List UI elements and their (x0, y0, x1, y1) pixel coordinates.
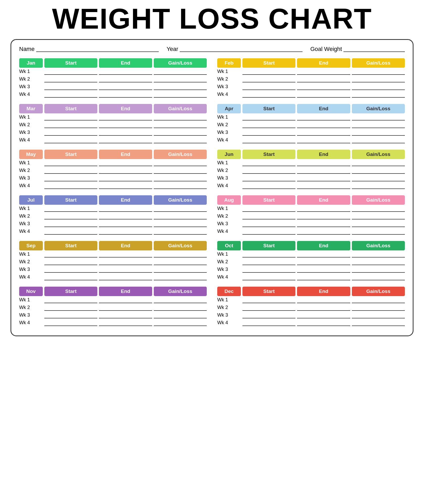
week-input-sep-1-2[interactable] (99, 252, 152, 258)
week-input-may-3-3[interactable] (154, 176, 207, 181)
week-input-dec-2-2[interactable] (297, 305, 350, 311)
week-input-jul-1-3[interactable] (154, 206, 207, 212)
week-input-jul-4-2[interactable] (99, 229, 152, 235)
week-input-oct-2-3[interactable] (352, 259, 405, 265)
week-input-may-2-3[interactable] (154, 168, 207, 174)
week-input-oct-3-3[interactable] (352, 267, 405, 273)
week-input-feb-3-2[interactable] (297, 84, 350, 90)
week-input-nov-3-3[interactable] (154, 313, 207, 318)
week-input-nov-2-2[interactable] (99, 305, 152, 311)
week-input-aug-1-1[interactable] (242, 206, 295, 212)
week-input-aug-4-3[interactable] (352, 229, 405, 235)
week-input-jul-3-2[interactable] (99, 221, 152, 227)
week-input-aug-4-1[interactable] (242, 229, 295, 235)
week-input-dec-4-3[interactable] (352, 320, 405, 326)
week-input-mar-2-3[interactable] (154, 122, 207, 128)
week-input-dec-2-3[interactable] (352, 305, 405, 311)
week-input-jan-2-3[interactable] (154, 77, 207, 82)
week-input-may-1-1[interactable] (44, 160, 97, 166)
week-input-oct-4-1[interactable] (242, 275, 295, 280)
week-input-feb-1-3[interactable] (352, 69, 405, 75)
week-input-oct-1-2[interactable] (297, 252, 350, 258)
week-input-jun-3-2[interactable] (297, 176, 350, 181)
week-input-mar-1-2[interactable] (99, 115, 152, 120)
week-input-sep-4-1[interactable] (44, 275, 97, 280)
week-input-jan-4-2[interactable] (99, 92, 152, 98)
week-input-may-1-3[interactable] (154, 160, 207, 166)
week-input-sep-4-3[interactable] (154, 275, 207, 280)
week-input-jul-3-3[interactable] (154, 221, 207, 227)
week-input-jun-4-3[interactable] (352, 183, 405, 189)
week-input-mar-4-1[interactable] (44, 138, 97, 143)
week-input-may-4-3[interactable] (154, 183, 207, 189)
week-input-jun-4-2[interactable] (297, 183, 350, 189)
week-input-jan-1-3[interactable] (154, 69, 207, 75)
week-input-sep-2-1[interactable] (44, 259, 97, 265)
week-input-apr-4-3[interactable] (352, 138, 405, 143)
week-input-feb-3-3[interactable] (352, 84, 405, 90)
week-input-jun-1-2[interactable] (297, 160, 350, 166)
week-input-jan-1-1[interactable] (44, 69, 97, 75)
week-input-jun-3-3[interactable] (352, 176, 405, 181)
week-input-feb-4-2[interactable] (297, 92, 350, 98)
week-input-feb-1-1[interactable] (242, 69, 295, 75)
week-input-feb-1-2[interactable] (297, 69, 350, 75)
week-input-mar-4-2[interactable] (99, 138, 152, 143)
week-input-jul-3-1[interactable] (44, 221, 97, 227)
week-input-apr-1-1[interactable] (242, 115, 295, 120)
week-input-mar-1-3[interactable] (154, 115, 207, 120)
week-input-apr-2-3[interactable] (352, 122, 405, 128)
week-input-jun-2-1[interactable] (242, 168, 295, 174)
week-input-jul-4-1[interactable] (44, 229, 97, 235)
week-input-jun-2-3[interactable] (352, 168, 405, 174)
week-input-jun-2-2[interactable] (297, 168, 350, 174)
week-input-mar-2-1[interactable] (44, 122, 97, 128)
week-input-dec-3-1[interactable] (242, 313, 295, 318)
week-input-nov-1-3[interactable] (154, 297, 207, 303)
week-input-apr-1-2[interactable] (297, 115, 350, 120)
week-input-oct-1-1[interactable] (242, 252, 295, 258)
week-input-aug-1-3[interactable] (352, 206, 405, 212)
week-input-jan-4-1[interactable] (44, 92, 97, 98)
week-input-sep-4-2[interactable] (99, 275, 152, 280)
week-input-mar-1-1[interactable] (44, 115, 97, 120)
week-input-jan-1-2[interactable] (99, 69, 152, 75)
week-input-aug-3-3[interactable] (352, 221, 405, 227)
week-input-sep-1-1[interactable] (44, 252, 97, 258)
week-input-nov-4-1[interactable] (44, 320, 97, 326)
week-input-may-2-1[interactable] (44, 168, 97, 174)
week-input-apr-4-2[interactable] (297, 138, 350, 143)
week-input-feb-2-3[interactable] (352, 77, 405, 82)
week-input-mar-3-3[interactable] (154, 130, 207, 136)
week-input-jul-1-2[interactable] (99, 206, 152, 212)
week-input-mar-2-2[interactable] (99, 122, 152, 128)
week-input-nov-1-1[interactable] (44, 297, 97, 303)
week-input-dec-1-3[interactable] (352, 297, 405, 303)
week-input-mar-3-1[interactable] (44, 130, 97, 136)
week-input-sep-2-2[interactable] (99, 259, 152, 265)
week-input-dec-4-1[interactable] (242, 320, 295, 326)
week-input-apr-3-2[interactable] (297, 130, 350, 136)
week-input-jan-4-3[interactable] (154, 92, 207, 98)
week-input-aug-4-2[interactable] (297, 229, 350, 235)
week-input-jan-3-1[interactable] (44, 84, 97, 90)
week-input-aug-1-2[interactable] (297, 206, 350, 212)
week-input-jul-1-1[interactable] (44, 206, 97, 212)
week-input-jun-3-1[interactable] (242, 176, 295, 181)
week-input-apr-4-1[interactable] (242, 138, 295, 143)
week-input-jun-1-1[interactable] (242, 160, 295, 166)
week-input-dec-3-3[interactable] (352, 313, 405, 318)
week-input-dec-4-2[interactable] (297, 320, 350, 326)
week-input-jan-2-2[interactable] (99, 77, 152, 82)
week-input-jul-2-1[interactable] (44, 214, 97, 219)
week-input-dec-3-2[interactable] (297, 313, 350, 318)
week-input-jun-4-1[interactable] (242, 183, 295, 189)
week-input-oct-2-2[interactable] (297, 259, 350, 265)
week-input-aug-2-3[interactable] (352, 214, 405, 219)
week-input-nov-4-2[interactable] (99, 320, 152, 326)
week-input-nov-1-2[interactable] (99, 297, 152, 303)
week-input-feb-4-3[interactable] (352, 92, 405, 98)
week-input-jan-3-3[interactable] (154, 84, 207, 90)
week-input-nov-2-3[interactable] (154, 305, 207, 311)
week-input-jul-2-2[interactable] (99, 214, 152, 219)
